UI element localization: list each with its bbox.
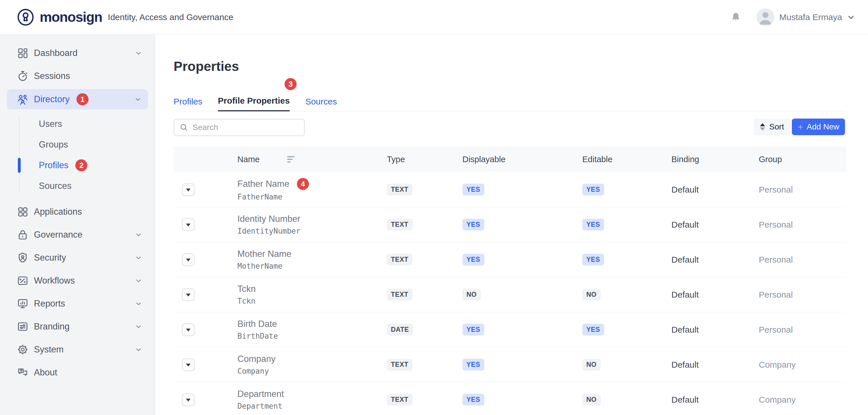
group-value: Company <box>759 360 846 370</box>
binding-value: Default <box>672 360 759 370</box>
tab-profiles[interactable]: Profiles <box>174 97 202 111</box>
column-header-group[interactable]: Group <box>759 155 782 164</box>
row-actions-button[interactable] <box>182 358 194 371</box>
table-row[interactable]: Tckn Tckn TEXT NO NO Default Personal <box>174 277 846 312</box>
sidebar-item-sessions[interactable]: Sessions <box>0 65 155 88</box>
sidebar-item-about[interactable]: About <box>0 361 155 384</box>
chevron-down-icon <box>135 49 142 57</box>
sidebar-item-label: Sessions <box>34 71 142 81</box>
type-badge: TEXT <box>387 359 412 371</box>
sort-arrows-icon <box>760 123 765 131</box>
sidebar-item-security[interactable]: Security <box>0 246 155 269</box>
sidebar-item-label: Sources <box>39 181 71 191</box>
column-header-displayable[interactable]: Displayable <box>462 155 505 164</box>
add-new-button[interactable]: + Add New <box>792 118 845 135</box>
type-badge: DATE <box>387 324 413 336</box>
editable-badge: NO <box>582 359 601 371</box>
user-avatar[interactable] <box>756 8 774 26</box>
annotation-badge-1: 1 <box>76 93 89 105</box>
sidebar-item-branding[interactable]: Branding <box>0 315 155 338</box>
editable-badge: YES <box>582 324 604 336</box>
sidebar-item-dashboard[interactable]: Dashboard <box>0 42 155 65</box>
brand-name: monosign <box>40 9 102 25</box>
property-name: Father Name <box>238 179 289 189</box>
gear-icon <box>16 344 29 355</box>
property-key: BirthDate <box>238 332 387 340</box>
type-badge: TEXT <box>387 289 412 301</box>
chevron-down-icon <box>135 346 142 353</box>
sidebar-item-workflows[interactable]: Workflows <box>0 269 155 292</box>
search-box[interactable] <box>174 119 305 136</box>
sidebar-item-label: Reports <box>34 299 135 309</box>
sidebar-item-reports[interactable]: Reports <box>0 292 155 315</box>
caret-down-icon <box>186 223 191 227</box>
brand-tagline: Identity, Access and Governance <box>108 12 233 22</box>
chevron-down-icon <box>135 323 142 330</box>
row-actions-button[interactable] <box>182 183 194 196</box>
group-value: Company <box>759 395 846 405</box>
binding-value: Default <box>672 395 759 405</box>
caret-down-icon <box>186 364 191 367</box>
caret-down-icon <box>186 188 191 192</box>
editable-badge: YES <box>582 219 604 231</box>
displayable-badge: YES <box>462 219 484 231</box>
binding-value: Default <box>672 255 759 265</box>
type-badge: TEXT <box>387 184 412 196</box>
table-row[interactable]: Company Company TEXT YES NO Default Comp… <box>174 347 846 382</box>
tab-sources[interactable]: Sources <box>305 97 337 111</box>
sidebar-item-label: About <box>34 367 142 378</box>
table-row[interactable]: Father Name 4 FatherName TEXT YES YES De… <box>174 172 846 207</box>
binding-value: Default <box>672 325 759 335</box>
displayable-badge: YES <box>462 324 484 336</box>
table-row[interactable]: Birth Date BirthDate DATE YES YES Defaul… <box>174 312 846 347</box>
search-input[interactable] <box>192 123 299 132</box>
column-header-binding[interactable]: Binding <box>672 155 699 164</box>
chevron-down-icon <box>134 96 142 103</box>
sidebar-item-directory[interactable]: Directory 1 <box>7 89 148 109</box>
sidebar-item-label: Dashboard <box>34 48 135 58</box>
row-actions-button[interactable] <box>182 253 194 266</box>
row-actions-button[interactable] <box>182 393 194 406</box>
column-header-editable[interactable]: Editable <box>582 155 613 164</box>
table-row[interactable]: Department Department TEXT YES NO Defaul… <box>174 382 846 415</box>
sidebar: Dashboard Sessions Direc <box>0 34 155 415</box>
tab-profile-properties[interactable]: Profile Properties <box>218 96 290 111</box>
sidebar-item-applications[interactable]: Applications <box>0 200 155 223</box>
caret-down-icon <box>186 328 191 332</box>
property-name: Identity Number <box>238 214 300 224</box>
brand-logo[interactable]: monosign Identity, Access and Governance <box>16 8 234 27</box>
sort-bars-icon[interactable] <box>287 156 294 163</box>
editable-badge: NO <box>582 289 601 301</box>
user-name[interactable]: Mustafa Ermaya <box>779 12 842 22</box>
sidebar-item-users[interactable]: Users <box>0 114 155 134</box>
monosign-logo-icon <box>16 8 35 27</box>
row-actions-button[interactable] <box>182 218 194 231</box>
type-badge: TEXT <box>387 254 412 266</box>
row-actions-button[interactable] <box>182 323 194 336</box>
editable-badge: YES <box>582 254 604 266</box>
sidebar-item-label: Applications <box>34 207 142 217</box>
add-new-button-label: Add New <box>807 122 840 132</box>
app-grid-icon <box>16 206 29 218</box>
caret-down-icon <box>186 399 191 402</box>
chevron-down-icon[interactable] <box>847 13 855 22</box>
property-name: Mother Name <box>238 249 291 259</box>
row-actions-button[interactable] <box>182 288 194 301</box>
sidebar-item-governance[interactable]: Governance <box>0 223 155 246</box>
sidebar-item-groups[interactable]: Groups <box>0 134 155 155</box>
sidebar-item-sources[interactable]: Sources <box>0 176 155 196</box>
group-value: Personal <box>759 325 846 335</box>
sort-button[interactable]: Sort <box>754 118 790 135</box>
table-row[interactable]: Mother Name MotherName TEXT YES YES Defa… <box>174 242 846 277</box>
bell-icon[interactable] <box>730 11 742 23</box>
property-name: Birth Date <box>238 319 277 329</box>
table-row[interactable]: Identity Number IdentityNumber TEXT YES … <box>174 207 846 242</box>
sidebar-item-label: Governance <box>34 230 135 240</box>
sidebar-item-system[interactable]: System <box>0 338 155 361</box>
column-header-name[interactable]: Name <box>238 155 259 164</box>
property-name: Department <box>238 389 284 399</box>
sidebar-item-profiles[interactable]: Profiles 2 <box>0 155 155 176</box>
main-content: Properties Profiles Profile Properties S… <box>155 34 868 415</box>
properties-table: Name Type Displayable Editable Binding G… <box>174 146 846 415</box>
column-header-type[interactable]: Type <box>387 155 405 164</box>
